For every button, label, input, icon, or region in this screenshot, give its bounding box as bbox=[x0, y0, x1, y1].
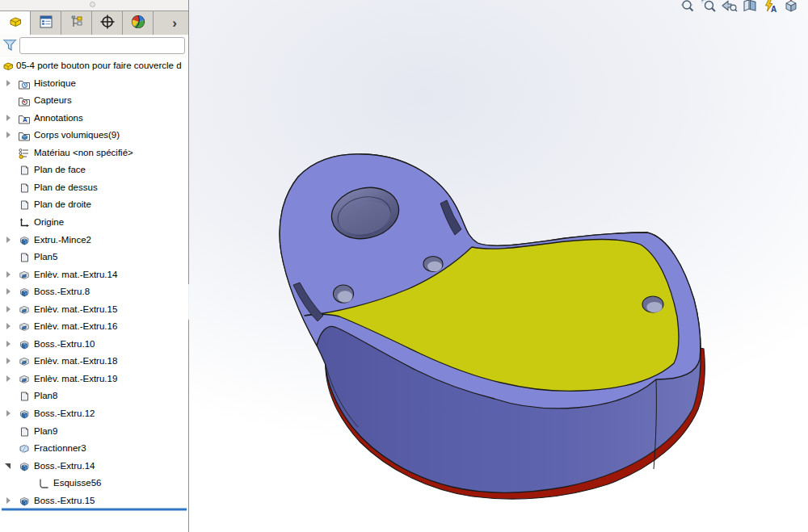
model-small-hole-1[interactable] bbox=[423, 257, 443, 272]
expand-arrow-icon[interactable] bbox=[5, 463, 13, 471]
tree-item-enl-v-mat-extru-14[interactable]: Enlèv. mat.-Extru.14 bbox=[0, 266, 188, 284]
tree-item-mat-riau-non-sp-cifi[interactable]: Matériau <non spécifié> bbox=[0, 145, 188, 162]
plane-icon bbox=[18, 251, 31, 264]
tree-item-label: Fractionner3 bbox=[34, 443, 86, 453]
plane-icon bbox=[18, 425, 31, 438]
tree-item-boss-extru-14[interactable]: Boss.-Extru.14 bbox=[0, 458, 188, 475]
tree-item-label: Plan de droite bbox=[34, 199, 91, 209]
tree-item-boss-extru-15[interactable]: Boss.-Extru.15 bbox=[0, 492, 188, 509]
cut-extrude-icon bbox=[18, 355, 31, 368]
tree-item-annotations[interactable]: AAnnotations bbox=[0, 110, 188, 128]
expand-arrow-icon[interactable] bbox=[5, 115, 13, 123]
tree-item-label: Boss.-Extru.14 bbox=[34, 461, 95, 471]
plane-icon bbox=[18, 164, 31, 177]
tree-item-05-4-porte-bouton-pour-faire-couvercle-d[interactable]: 05-4 porte bouton pour faire couvercle d bbox=[0, 57, 188, 75]
tree-item-label: Enlèv. mat.-Extru.15 bbox=[34, 304, 117, 314]
tree-item-plan5[interactable]: Plan5 bbox=[0, 249, 188, 266]
featuremanager-design-tree-icon bbox=[7, 14, 23, 33]
cut-extrude-icon bbox=[18, 320, 31, 333]
tree-item-historique[interactable]: Historique bbox=[0, 75, 188, 93]
expand-arrow-icon[interactable] bbox=[5, 375, 13, 383]
boss-extrude-icon bbox=[18, 460, 31, 473]
boss-extrude-icon bbox=[18, 495, 31, 508]
propertymanager-icon bbox=[38, 14, 54, 33]
part-root-icon bbox=[2, 60, 15, 73]
panel-top-splitter[interactable] bbox=[0, 0, 188, 11]
expand-arrow-icon[interactable] bbox=[5, 323, 13, 331]
tree-item-label: Matériau <non spécifié> bbox=[34, 148, 133, 157]
tree-item-boss-extru-10[interactable]: Boss.-Extru.10 bbox=[0, 336, 188, 354]
tree-item-label: Capteurs bbox=[34, 95, 72, 105]
tree-item-fractionner3[interactable]: Fractionner3 bbox=[0, 440, 188, 458]
cut-extrude-icon bbox=[18, 269, 31, 282]
tree-filter-row bbox=[0, 35, 188, 57]
plane-icon bbox=[18, 199, 31, 212]
model-small-hole-2[interactable] bbox=[334, 285, 354, 303]
tree-item-plan8[interactable]: Plan8 bbox=[0, 387, 188, 405]
model-small-hole-3[interactable] bbox=[642, 296, 663, 312]
tree-item-capteurs[interactable]: Capteurs bbox=[0, 92, 188, 110]
tree-item-label: Boss.-Extru.8 bbox=[34, 287, 90, 296]
tree-item-plan-de-dessus[interactable]: Plan de dessus bbox=[0, 179, 188, 197]
tree-filter-input[interactable] bbox=[19, 37, 185, 54]
tree-item-enl-v-mat-extru-16[interactable]: Enlèv. mat.-Extru.16 bbox=[0, 318, 188, 336]
expand-arrow-icon[interactable] bbox=[5, 288, 13, 296]
tree-item-label: Plan5 bbox=[34, 252, 57, 262]
tree-item-label: Boss.-Extru.15 bbox=[34, 496, 95, 505]
featuremanager-panel: › 05-4 porte bouton pour faire couvercle… bbox=[0, 0, 189, 532]
tree-item-label: Esquisse56 bbox=[53, 478, 101, 488]
sketch-icon bbox=[37, 477, 50, 490]
expand-arrow-icon[interactable] bbox=[5, 410, 13, 418]
tree-item-plan-de-droite[interactable]: Plan de droite bbox=[0, 196, 188, 214]
tree-item-boss-extru-12[interactable]: Boss.-Extru.12 bbox=[0, 405, 188, 423]
tab-configurationmanager[interactable] bbox=[61, 11, 92, 35]
tree-item-label: Origine bbox=[34, 217, 64, 227]
tree-item-plan9[interactable]: Plan9 bbox=[0, 423, 188, 441]
tree-item-corps-volumiques-9[interactable]: Corps volumiques(9) bbox=[0, 127, 188, 145]
tree-item-label: Plan9 bbox=[34, 426, 57, 436]
manager-tab-bar: › bbox=[0, 11, 188, 35]
tree-item-enl-v-mat-extru-15[interactable]: Enlèv. mat.-Extru.15 bbox=[0, 301, 188, 319]
tree-item-enl-v-mat-extru-18[interactable]: Enlèv. mat.-Extru.18 bbox=[0, 353, 188, 371]
tree-item-enl-v-mat-extru-19[interactable]: Enlèv. mat.-Extru.19 bbox=[0, 371, 188, 388]
tree-item-origine[interactable]: Origine bbox=[0, 214, 188, 232]
tree-item-label: Enlèv. mat.-Extru.16 bbox=[34, 321, 117, 331]
tree-item-extru-mince2[interactable]: Extru.-Mince2 bbox=[0, 232, 188, 249]
expand-arrow-icon[interactable] bbox=[5, 306, 13, 314]
boss-extrude-icon bbox=[18, 408, 31, 421]
feature-tree: 05-4 porte bouton pour faire couvercle d… bbox=[0, 57, 188, 509]
expand-arrow-icon[interactable] bbox=[5, 497, 13, 505]
tree-item-label: Historique bbox=[34, 78, 76, 88]
folder-annotations-icon: A bbox=[18, 112, 31, 125]
tabs-overflow-button[interactable]: › bbox=[166, 15, 183, 32]
expand-arrow-icon[interactable] bbox=[5, 341, 13, 349]
folder-solid-bodies-icon bbox=[18, 129, 31, 142]
expand-arrow-icon[interactable] bbox=[5, 237, 13, 245]
solidworks-window: › 05-4 porte bouton pour faire couvercle… bbox=[0, 0, 808, 532]
expand-arrow-icon[interactable] bbox=[5, 132, 13, 140]
expand-arrow-icon[interactable] bbox=[5, 271, 13, 279]
tree-item-label: Enlèv. mat.-Extru.19 bbox=[34, 374, 117, 383]
expand-arrow-icon[interactable] bbox=[5, 358, 13, 366]
tree-item-label: Plan de dessus bbox=[34, 182, 98, 192]
boss-extrude-icon bbox=[18, 286, 31, 299]
material-icon bbox=[18, 147, 31, 160]
tab-dimxpertmanager[interactable] bbox=[92, 11, 123, 35]
split-icon bbox=[18, 442, 31, 455]
expand-arrow-icon[interactable] bbox=[5, 80, 13, 88]
tab-featuremanager-design-tree[interactable] bbox=[0, 11, 31, 35]
tree-item-label: Plan8 bbox=[34, 391, 57, 400]
tree-item-esquisse56[interactable]: Esquisse56 bbox=[0, 475, 188, 492]
tree-item-boss-extru-8[interactable]: Boss.-Extru.8 bbox=[0, 283, 188, 301]
tree-item-label: 05-4 porte bouton pour faire couvercle d bbox=[16, 61, 182, 70]
tab-displaymanager[interactable] bbox=[123, 11, 154, 35]
rollback-bar[interactable] bbox=[2, 508, 187, 511]
graphics-viewport[interactable]: A bbox=[189, 0, 808, 532]
tree-item-label: Boss.-Extru.10 bbox=[34, 339, 95, 349]
tree-item-label: Boss.-Extru.12 bbox=[34, 408, 95, 418]
tree-item-label: Plan de face bbox=[34, 165, 86, 174]
tree-item-plan-de-face[interactable]: Plan de face bbox=[0, 161, 188, 179]
plane-icon bbox=[18, 182, 31, 195]
tab-propertymanager[interactable] bbox=[31, 11, 61, 35]
model-3d-view[interactable] bbox=[189, 0, 808, 532]
